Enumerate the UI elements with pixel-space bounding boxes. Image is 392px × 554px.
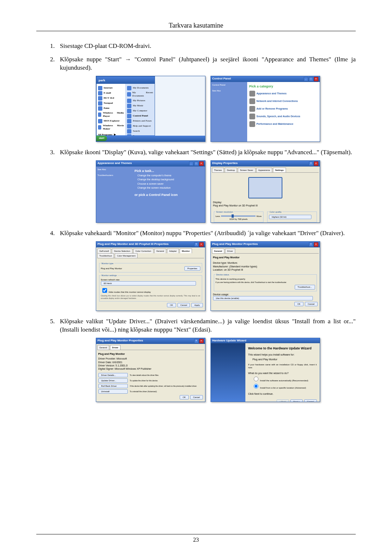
sm-hct[interactable]: HCT 10.0 [98, 96, 124, 100]
sm-mydocs[interactable]: My Documents [127, 86, 153, 90]
sm-label: HCT 10.0 [104, 97, 114, 100]
tab-troubleshoot[interactable]: Troubleshoot [97, 253, 114, 258]
cancel-button[interactable]: Cancel [177, 303, 190, 307]
sm-printers[interactable]: Printers and Faxes [127, 119, 153, 123]
tab-colormgmt[interactable]: Color Management [115, 253, 138, 258]
rollback-button[interactable]: Roll Back Driver [98, 384, 128, 388]
sm-controlpanel[interactable]: Control Panel [127, 114, 153, 118]
close-icon[interactable]: × [199, 339, 204, 343]
cat-appearance[interactable]: Appearance and Themes [249, 91, 318, 97]
hide-modes-checkbox[interactable] [102, 288, 107, 293]
dp-display-value: Plug and Play Monitor on 3D Prophet III [213, 204, 318, 207]
sm-wmp[interactable]: Windows Media Player [98, 111, 124, 118]
cancel-button[interactable]: Cancel [304, 399, 317, 402]
sm-internet[interactable]: Internet [98, 86, 124, 90]
at-task-bg[interactable]: Change the desktop background [138, 178, 203, 181]
refresh-select[interactable]: 60 Hertz [101, 281, 196, 286]
tab-colorcorr[interactable]: Color Correction [133, 249, 154, 253]
cat-network[interactable]: Network and Internet Connections [249, 98, 318, 104]
radio-list[interactable] [254, 384, 258, 389]
tab-desktop[interactable]: Desktop [225, 168, 237, 172]
cp-title: Control Panel [212, 77, 231, 81]
signer-label: Digital Signer: [98, 368, 114, 370]
tab-monitor[interactable]: Monitor [180, 249, 192, 253]
driver-details-button[interactable]: Driver Details... [98, 373, 128, 377]
close-icon[interactable]: × [314, 242, 318, 247]
resolution-slider[interactable]: LessMore [216, 215, 262, 218]
sm-mycomputer[interactable]: My Computer [127, 109, 153, 113]
uninstall-desc: To uninstall the driver (Advanced). [130, 390, 158, 393]
at-task-theme[interactable]: Change the computer's theme [138, 174, 203, 177]
help-icon[interactable]: ? [194, 339, 199, 343]
sm-label: My Recent Documents [132, 91, 153, 98]
sm-notepad[interactable]: Notepad [98, 101, 124, 106]
tab-appearance[interactable]: Appearance [256, 168, 272, 172]
start-button[interactable]: start [96, 136, 107, 141]
max-icon[interactable]: □ [309, 77, 313, 81]
close-icon[interactable]: × [314, 77, 318, 81]
ie-icon [98, 86, 102, 90]
tab-themes[interactable]: Themes [212, 168, 224, 172]
sm-search[interactable]: Search [127, 129, 153, 134]
sm-moviemaker[interactable]: Windows Movie Maker [98, 124, 124, 131]
min-icon[interactable]: _ [189, 161, 193, 166]
sm-pictures[interactable]: My Pictures [127, 99, 153, 103]
help-icon[interactable]: ? [309, 242, 313, 247]
troubleshoot-button[interactable]: Troubleshoot... [295, 285, 315, 289]
ok-button[interactable]: OK [294, 302, 303, 306]
ok-button[interactable]: OK [167, 303, 176, 307]
cancel-button[interactable]: Cancel [190, 395, 203, 399]
cat-sounds[interactable]: Sounds, Speech, and Audio Devices [249, 114, 318, 119]
ok-button[interactable]: OK [180, 395, 189, 399]
cat-performance[interactable]: Performance and Maintenance [249, 121, 318, 127]
update-driver-button[interactable]: Update Driver... [98, 378, 128, 383]
cat-addremove[interactable]: Add or Remove Programs [249, 106, 318, 112]
cat-label: Appearance and Themes [257, 92, 287, 95]
properties-button[interactable]: Properties [184, 266, 200, 271]
sm-help[interactable]: Help and Support [127, 124, 153, 128]
color-quality-select[interactable]: Highest (32 bit) [269, 215, 312, 219]
folder-icon [127, 92, 131, 97]
wiz-opt-auto[interactable]: Install the software automatically (Reco… [252, 376, 317, 382]
wiz-helps: This wizard helps you install software f… [248, 353, 317, 356]
slider-less: Less [216, 215, 220, 218]
tab-general[interactable]: General [97, 345, 109, 350]
tab-driver[interactable]: Driver [110, 345, 121, 350]
mp-name: Plug and Play Monitor [213, 256, 318, 259]
max-icon[interactable]: □ [194, 161, 199, 166]
sm-recent[interactable]: My Recent Documents [127, 91, 153, 98]
min-icon[interactable]: _ [304, 77, 308, 81]
at-task-res[interactable]: Change the screen resolution [138, 186, 203, 189]
cancel-button[interactable]: Cancel [305, 302, 318, 306]
sm-email[interactable]: E-mail [98, 91, 124, 95]
wiz-welcome: Welcome to the Hardware Update Wizard [248, 346, 317, 350]
at-task-ss[interactable]: Choose a screen saver [138, 182, 203, 185]
uninstall-button[interactable]: Uninstall [98, 389, 128, 394]
help-icon[interactable]: ? [194, 242, 199, 247]
tab-settings[interactable]: Settings [273, 168, 286, 172]
radio-auto[interactable] [254, 377, 258, 381]
help-icon[interactable]: ? [309, 161, 313, 166]
wiz-question: What do you want the wizard to do? [248, 372, 317, 375]
tab-driver[interactable]: Driver [225, 249, 235, 253]
tab-adapter[interactable]: Adapter [167, 249, 179, 253]
sm-paint[interactable]: Paint [98, 106, 124, 111]
movie-icon [98, 125, 102, 130]
tab-screensaver[interactable]: Screen Saver [238, 168, 255, 172]
sm-label: My Music [133, 104, 143, 107]
wiz-clicknext: Click Next to continue. [248, 392, 317, 395]
close-icon[interactable]: × [314, 161, 318, 166]
next-button[interactable]: Next > [290, 399, 303, 402]
close-icon[interactable]: × [199, 242, 204, 247]
apply-button[interactable]: Apply [191, 303, 203, 307]
tab-general[interactable]: General [154, 249, 166, 253]
sm-msn[interactable]: MSN Explorer [98, 119, 124, 123]
sm-label: My Computer [133, 109, 147, 112]
wiz-opt-list[interactable]: Install from a list or specific location… [252, 383, 317, 389]
tab-general[interactable]: General [212, 249, 224, 253]
tab-geforce[interactable]: GeForce3 [97, 249, 111, 253]
close-icon[interactable]: × [199, 161, 204, 166]
tab-devsel[interactable]: Device Selection [112, 249, 132, 253]
sm-music[interactable]: My Music [127, 104, 153, 108]
usage-select[interactable]: Use this device (enable) [213, 296, 313, 300]
